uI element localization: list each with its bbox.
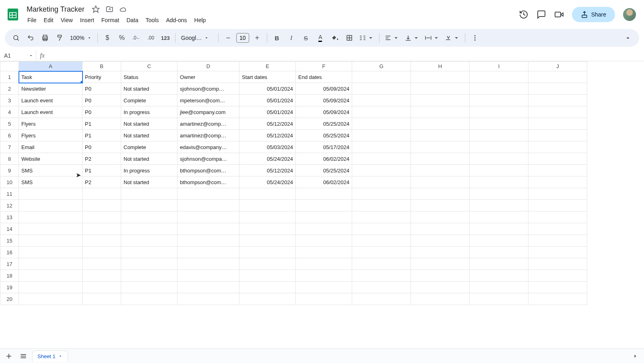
cell-G6[interactable] <box>352 130 411 141</box>
cell-G17[interactable] <box>352 258 411 270</box>
cell-E12[interactable] <box>239 200 296 212</box>
cell-D16[interactable] <box>178 247 239 258</box>
cell-I5[interactable] <box>470 118 528 130</box>
cell-H9[interactable] <box>411 165 470 176</box>
move-icon[interactable] <box>105 5 114 13</box>
row-header-19[interactable]: 19 <box>0 282 19 293</box>
cell-G4[interactable] <box>352 106 411 118</box>
cell-C9[interactable]: In progress <box>121 165 178 176</box>
cell-E9[interactable]: 05/12/2024 <box>239 165 296 176</box>
cell-H5[interactable] <box>411 118 470 130</box>
spreadsheet-grid[interactable]: ABCDEFGHIJ1TaskPriorityStatusOwnerStart … <box>0 61 644 348</box>
row-header-9[interactable]: 9 <box>0 165 19 176</box>
cell-B8[interactable]: P2 <box>83 153 121 165</box>
cell-H7[interactable] <box>411 141 470 153</box>
menu-file[interactable]: File <box>24 15 40 25</box>
col-header-C[interactable]: C <box>121 62 178 71</box>
cell-G12[interactable] <box>352 200 411 212</box>
cell-I19[interactable] <box>470 282 528 293</box>
history-icon[interactable] <box>519 10 528 19</box>
cell-C17[interactable] <box>121 258 178 270</box>
cell-B19[interactable] <box>83 282 121 293</box>
cell-J13[interactable] <box>528 212 587 223</box>
row-header-18[interactable]: 18 <box>0 270 19 282</box>
account-avatar[interactable] <box>623 8 636 21</box>
borders-button[interactable] <box>343 31 356 44</box>
cell-J18[interactable] <box>528 270 587 282</box>
cell-D10[interactable]: bthompson@com… <box>178 176 239 188</box>
cell-G19[interactable] <box>352 282 411 293</box>
sheets-logo[interactable] <box>5 6 21 23</box>
cell-C4[interactable]: In progress <box>121 106 178 118</box>
cell-I10[interactable] <box>470 176 528 188</box>
cell-A20[interactable] <box>19 293 83 305</box>
cell-C20[interactable] <box>121 293 178 305</box>
zoom-select[interactable]: 100% <box>68 35 94 41</box>
cell-J5[interactable] <box>528 118 587 130</box>
decrease-font-size-button[interactable]: − <box>222 31 235 44</box>
cell-D9[interactable]: bthompson@com… <box>178 165 239 176</box>
cell-B15[interactable] <box>83 235 121 247</box>
col-header-E[interactable]: E <box>239 62 296 71</box>
cell-G15[interactable] <box>352 235 411 247</box>
cell-B1[interactable]: Priority <box>83 71 121 83</box>
cell-A16[interactable] <box>19 247 83 258</box>
cell-D20[interactable] <box>178 293 239 305</box>
vertical-align-button[interactable] <box>403 31 421 44</box>
more-toolbar-button[interactable] <box>469 31 481 44</box>
row-header-17[interactable]: 17 <box>0 258 19 270</box>
more-formats-button[interactable]: 123 <box>159 31 172 44</box>
menu-edit[interactable]: Edit <box>41 15 57 25</box>
cell-B10[interactable]: P2 <box>83 176 121 188</box>
text-color-button[interactable]: A <box>314 31 327 44</box>
cell-H2[interactable] <box>411 83 470 95</box>
cell-J17[interactable] <box>528 258 587 270</box>
cell-E10[interactable]: 05/24/2024 <box>239 176 296 188</box>
cell-G10[interactable] <box>352 176 411 188</box>
font-size-input[interactable] <box>236 33 249 43</box>
share-button[interactable]: Share <box>572 7 615 22</box>
cell-H6[interactable] <box>411 130 470 141</box>
cell-B14[interactable] <box>83 223 121 235</box>
cell-I8[interactable] <box>470 153 528 165</box>
strikethrough-button[interactable]: S <box>299 31 312 44</box>
cell-B12[interactable] <box>83 200 121 212</box>
cell-I20[interactable] <box>470 293 528 305</box>
menu-view[interactable]: View <box>58 15 76 25</box>
cell-J7[interactable] <box>528 141 587 153</box>
cell-D4[interactable]: jlee@company.com <box>178 106 239 118</box>
cell-A2[interactable]: Newsletter <box>19 83 83 95</box>
cell-D3[interactable]: mpeterson@com… <box>178 95 239 106</box>
cell-F6[interactable]: 05/25/2024 <box>296 130 352 141</box>
cell-J1[interactable] <box>528 71 587 83</box>
cell-F13[interactable] <box>296 212 352 223</box>
cell-G5[interactable] <box>352 118 411 130</box>
cell-J16[interactable] <box>528 247 587 258</box>
cell-D2[interactable]: sjohnson@comp… <box>178 83 239 95</box>
merge-cells-button[interactable] <box>357 31 376 44</box>
cell-D15[interactable] <box>178 235 239 247</box>
cloud-status-icon[interactable] <box>119 5 127 13</box>
row-header-13[interactable]: 13 <box>0 212 19 223</box>
cell-H17[interactable] <box>411 258 470 270</box>
cell-D7[interactable]: edavis@company… <box>178 141 239 153</box>
row-header-2[interactable]: 2 <box>0 83 19 95</box>
menu-format[interactable]: Format <box>98 15 122 25</box>
cell-C19[interactable] <box>121 282 178 293</box>
cell-H19[interactable] <box>411 282 470 293</box>
cell-J10[interactable] <box>528 176 587 188</box>
cell-G8[interactable] <box>352 153 411 165</box>
cell-D5[interactable]: amartinez@comp… <box>178 118 239 130</box>
cell-E5[interactable]: 05/12/2024 <box>239 118 296 130</box>
cell-H15[interactable] <box>411 235 470 247</box>
cell-H10[interactable] <box>411 176 470 188</box>
cell-J19[interactable] <box>528 282 587 293</box>
cell-E17[interactable] <box>239 258 296 270</box>
cell-B9[interactable]: P1 <box>83 165 121 176</box>
cell-B2[interactable]: P0 <box>83 83 121 95</box>
cell-F20[interactable] <box>296 293 352 305</box>
cell-A11[interactable] <box>19 188 83 200</box>
bold-button[interactable]: B <box>270 31 283 44</box>
cell-J12[interactable] <box>528 200 587 212</box>
cell-H8[interactable] <box>411 153 470 165</box>
